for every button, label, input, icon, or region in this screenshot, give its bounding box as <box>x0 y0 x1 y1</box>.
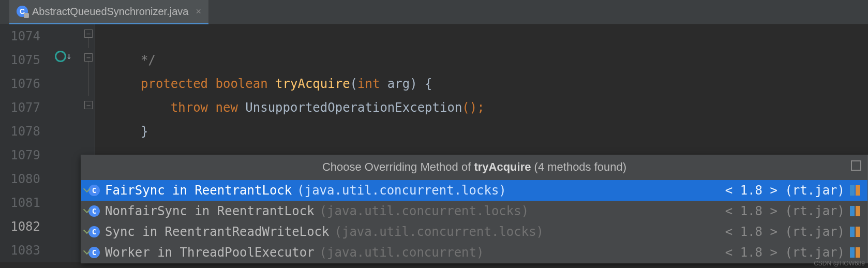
fold-toggle-icon[interactable]: − <box>84 29 93 38</box>
class-icon: C <box>88 247 100 258</box>
param: arg <box>380 77 410 91</box>
fold-toggle-icon[interactable]: − <box>84 101 93 109</box>
class-file-icon: C <box>17 6 28 17</box>
line-number: 1080 <box>4 167 40 191</box>
class-icon: C <box>88 205 100 217</box>
line-number: 1081 <box>4 191 40 215</box>
code-comment: */ <box>141 53 156 67</box>
watermark: CSDN @HGW689 <box>814 260 865 267</box>
arrow-down-icon: ↓ <box>66 50 72 61</box>
option-package: (java.util.concurrent.locks) <box>334 225 544 239</box>
line-number: 1083 <box>4 239 40 262</box>
override-option[interactable]: C Worker in ThreadPoolExecutor (java.uti… <box>81 242 867 263</box>
option-meta: < 1.8 > (rt.jar) <box>725 225 845 239</box>
option-label: NonfairSync in ReentrantLock <box>105 204 315 218</box>
paren: ( <box>350 77 357 91</box>
fold-guide <box>88 38 88 48</box>
override-option[interactable]: C Sync in ReentrantReadWriteLock (java.u… <box>81 221 867 242</box>
override-option[interactable]: C NonfairSync in ReentrantLock (java.uti… <box>81 201 867 221</box>
option-meta: < 1.8 > (rt.jar) <box>725 245 845 260</box>
keyword: boolean <box>216 77 268 91</box>
method-name: tryAcquire <box>275 77 350 91</box>
pin-icon[interactable] <box>851 160 861 171</box>
tab-filename: AbstractQueuedSynchronizer.java <box>32 6 188 18</box>
brace: } <box>141 124 148 139</box>
popup-title-method: tryAcquire <box>474 160 531 173</box>
line-number-gutter: 1074 1075 1076 1077 1078 1079 1080 1081 … <box>0 24 48 262</box>
line-number-current: 1082 <box>4 215 40 239</box>
library-icon <box>850 206 860 216</box>
close-icon[interactable]: × <box>196 6 201 17</box>
file-tab[interactable]: C AbstractQueuedSynchronizer.java × <box>9 0 208 24</box>
keyword: int <box>357 77 380 91</box>
overridden-method-icon[interactable] <box>55 51 66 62</box>
code-editor[interactable]: 1074 1075 1076 1077 1078 1079 1080 1081 … <box>0 24 868 262</box>
option-meta: < 1.8 > (rt.jar) <box>725 204 845 218</box>
class-icon: C <box>88 226 100 237</box>
line-number: 1076 <box>4 72 40 96</box>
type-name: UnsupportedOperationException <box>245 100 462 115</box>
line-number: 1075 <box>4 48 40 72</box>
keyword: new <box>216 100 238 115</box>
option-label: Sync in ReentrantReadWriteLock <box>105 225 329 239</box>
brace: ) { <box>410 77 432 91</box>
option-package: (java.util.concurrent) <box>320 245 484 260</box>
override-chooser-popup: Choose Overriding Method of tryAcquire (… <box>81 155 868 263</box>
fold-guide <box>88 62 88 96</box>
class-icon: C <box>88 185 100 196</box>
library-icon <box>850 185 860 196</box>
fold-toggle-icon[interactable]: − <box>84 53 93 62</box>
library-icon <box>850 247 860 258</box>
option-meta: < 1.8 > (rt.jar) <box>725 183 845 198</box>
option-label: Worker in ThreadPoolExecutor <box>105 245 315 260</box>
line-number: 1078 <box>4 120 40 143</box>
line-number: 1077 <box>4 96 40 120</box>
line-number: 1079 <box>4 143 40 167</box>
library-icon <box>850 227 860 237</box>
popup-title-suffix: (4 methods found) <box>531 160 626 173</box>
override-option[interactable]: C FairSync in ReentrantLock (java.util.c… <box>81 180 867 201</box>
option-package: (java.util.concurrent.locks) <box>320 204 529 218</box>
option-package: (java.util.concurrent.locks) <box>297 183 506 198</box>
gutter-icons: ↓ <box>48 24 83 262</box>
keyword: throw <box>171 100 208 115</box>
popup-title-prefix: Choose Overriding Method of <box>322 160 474 173</box>
popup-title: Choose Overriding Method of tryAcquire (… <box>81 155 867 180</box>
editor-tabs: C AbstractQueuedSynchronizer.java × <box>0 0 868 24</box>
punct: (); <box>462 100 484 115</box>
line-number: 1074 <box>4 24 40 48</box>
keyword: protected <box>141 77 208 91</box>
option-label: FairSync in ReentrantLock <box>105 183 292 198</box>
